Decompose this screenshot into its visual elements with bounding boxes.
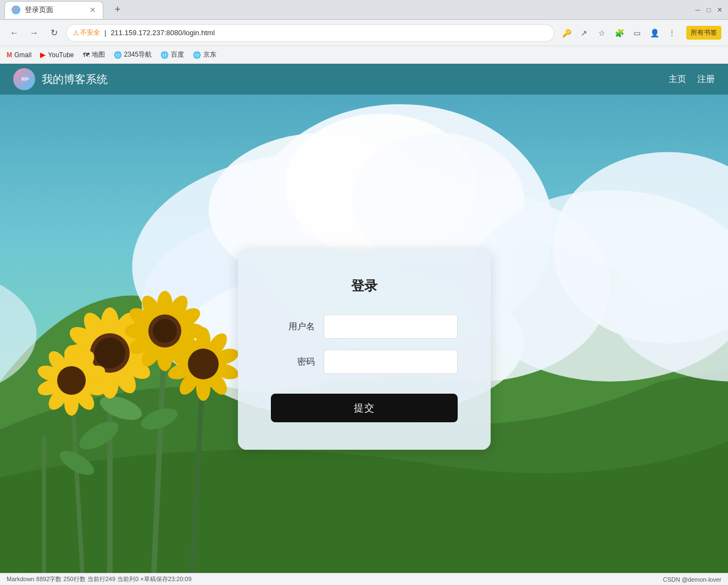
bookmark-2345-label: 2345导航 <box>124 50 152 59</box>
address-bar-row: ← → ↻ ⚠ 不安全 | 211.159.172.237:8080/login… <box>0 20 728 46</box>
svg-point-70 <box>188 349 219 379</box>
bookmark-gmail[interactable]: M Gmail <box>7 51 31 59</box>
youtube-icon: ▶ <box>40 51 46 59</box>
key-icon[interactable]: 🔑 <box>559 25 574 41</box>
profile-icon[interactable]: 👤 <box>647 25 662 41</box>
nav-2345-icon: 🌐 <box>114 51 122 59</box>
maximize-button[interactable]: □ <box>705 6 713 14</box>
menu-icon[interactable]: ⋮ <box>664 25 680 41</box>
password-input[interactable] <box>324 350 458 374</box>
address-text: 211.159.172.237:8080/login.html <box>110 29 214 37</box>
login-card: 登录 用户名 密码 提交 <box>238 250 491 450</box>
svg-point-17 <box>75 416 123 455</box>
extensions-icon[interactable]: 🧩 <box>612 25 627 41</box>
minimize-button[interactable]: ─ <box>694 6 702 14</box>
jd-icon: 🌐 <box>193 51 201 59</box>
main-content: 登录 用户名 密码 提交 <box>0 95 728 573</box>
gmail-icon: M <box>7 51 12 59</box>
bookmark-jd-label: 京东 <box>203 50 216 59</box>
forward-button[interactable]: → <box>26 25 42 41</box>
bookmark-baidu[interactable]: 🌐 百度 <box>160 50 184 59</box>
submit-button[interactable]: 提交 <box>271 394 458 422</box>
bookmark-star-icon[interactable]: ☆ <box>594 25 609 41</box>
sunflowers-svg <box>0 188 275 573</box>
security-warning: ⚠ 不安全 <box>73 28 100 37</box>
nav-register-link[interactable]: 注册 <box>697 74 715 85</box>
close-button[interactable]: ✕ <box>716 6 724 14</box>
bookmarks-bar: M Gmail ▶ YouTube 🗺 地图 🌐 2345导航 🌐 百度 🌐 京… <box>0 46 728 64</box>
share-icon[interactable]: ↗ <box>576 25 592 41</box>
bookmark-baidu-label: 百度 <box>171 50 184 59</box>
bookmark-2345[interactable]: 🌐 2345导航 <box>114 50 152 59</box>
bookmark-youtube-label: YouTube <box>48 51 74 59</box>
baidu-icon: 🌐 <box>160 51 169 59</box>
title-bar: 登录页面 ✕ + ─ □ ✕ <box>0 0 728 20</box>
svg-point-34 <box>95 338 125 368</box>
nav-links: 主页 注册 <box>669 74 715 85</box>
tab-close-button[interactable]: ✕ <box>90 5 96 14</box>
logo-icon: ✏ <box>20 73 29 85</box>
reload-button[interactable]: ↻ <box>46 25 62 41</box>
browser-tab[interactable]: 登录页面 ✕ <box>4 1 103 19</box>
app-title: 我的博客系统 <box>42 72 669 87</box>
status-right: CSDN @demon-lover <box>663 576 721 583</box>
app-logo: ✏ <box>13 68 35 90</box>
browser-frame: 登录页面 ✕ + ─ □ ✕ ← → ↻ ⚠ 不安全 | 211.159.172… <box>0 0 728 585</box>
svg-point-48 <box>153 319 177 343</box>
window-controls: ─ □ ✕ <box>694 6 724 14</box>
status-bar: Markdown 8892字数 250行数 当前行249 当前列0 ×草稿保存2… <box>0 573 728 585</box>
password-label: 密码 <box>271 356 315 368</box>
app-wrapper: ✏ 我的博客系统 主页 注册 <box>0 64 728 585</box>
bookmark-gmail-label: Gmail <box>14 51 31 59</box>
bookmark-maps[interactable]: 🗺 地图 <box>83 50 105 59</box>
bookmark-maps-label: 地图 <box>92 50 105 59</box>
username-label: 用户名 <box>271 321 315 333</box>
login-title: 登录 <box>271 277 458 295</box>
sidebar-icon[interactable]: ▭ <box>629 25 644 41</box>
svg-point-59 <box>57 366 86 395</box>
bookmark-jd[interactable]: 🌐 京东 <box>193 50 216 59</box>
address-separator: | <box>104 29 106 37</box>
password-row: 密码 <box>271 350 458 374</box>
app-nav: ✏ 我的博客系统 主页 注册 <box>0 64 728 95</box>
tab-favicon <box>12 5 20 14</box>
username-input[interactable] <box>324 314 458 339</box>
status-left: Markdown 8892字数 250行数 当前行249 当前列0 ×草稿保存2… <box>7 575 192 583</box>
bookmark-youtube[interactable]: ▶ YouTube <box>40 51 74 59</box>
warning-icon: ⚠ <box>73 29 79 37</box>
toolbar-icons: 🔑 ↗ ☆ 🧩 ▭ 👤 ⋮ <box>559 25 680 41</box>
all-bookmarks-button[interactable]: 所有书签 <box>686 26 721 40</box>
maps-icon: 🗺 <box>83 51 90 59</box>
svg-point-18 <box>97 391 145 424</box>
new-tab-button[interactable]: + <box>110 2 125 18</box>
username-row: 用户名 <box>271 314 458 339</box>
back-button[interactable]: ← <box>7 25 22 41</box>
tab-title: 登录页面 <box>25 5 53 15</box>
address-bar[interactable]: ⚠ 不安全 | 211.159.172.237:8080/login.html <box>66 24 554 42</box>
nav-home-link[interactable]: 主页 <box>669 74 686 85</box>
